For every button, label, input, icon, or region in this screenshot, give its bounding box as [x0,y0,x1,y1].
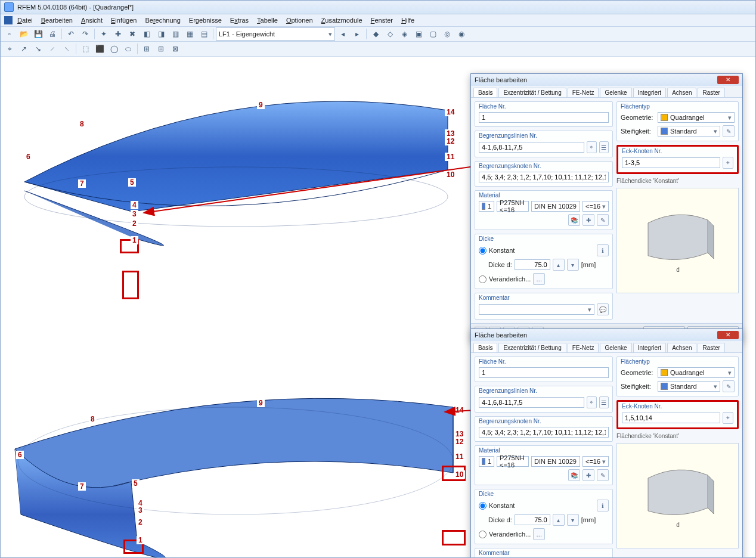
tab-integriert[interactable]: Integriert [633,343,666,352]
tool-icon[interactable]: ✖ [126,27,139,41]
tool-icon[interactable]: ◎ [441,27,454,41]
tab-achsen[interactable]: Achsen [667,88,696,97]
tab-raster[interactable]: Raster [698,88,724,97]
more-icon[interactable]: … [533,528,545,540]
eck-knoten-input[interactable] [622,157,720,168]
open-icon[interactable]: 📂 [17,27,30,41]
save-icon[interactable]: 💾 [32,27,45,41]
more-icon[interactable]: … [533,273,545,285]
tool-icon[interactable]: ▤ [197,27,210,41]
tool-icon[interactable]: ✦ [97,27,110,41]
print-icon[interactable]: 🖨 [46,27,59,41]
lib-icon[interactable]: 📚 [568,469,580,481]
menu-item[interactable]: Fenster [367,16,396,25]
spinner-up-icon[interactable]: ▴ [553,259,565,271]
geometrie-combo[interactable]: Quadrangel▾ [658,367,735,378]
veraenderlich-radio[interactable] [479,275,487,283]
list-icon[interactable]: ☰ [599,396,609,408]
menu-item[interactable]: Tabelle [253,16,281,25]
menu-item[interactable]: Ergebnisse [185,16,225,25]
menu-item[interactable]: Ansicht [78,16,106,25]
pick-icon[interactable]: ⌖ [723,157,733,169]
tool-icon[interactable]: ✚ [111,27,125,41]
tab-exzent[interactable]: Exzentrizität / Bettung [498,343,566,352]
flaeche-nr-input[interactable] [479,112,609,123]
linien-input[interactable] [479,142,584,153]
tool-icon[interactable]: ⊟ [154,42,168,55]
tab-fenetz[interactable]: FE-Netz [568,343,599,352]
tool-icon[interactable]: ◧ [140,27,153,41]
tab-integriert[interactable]: Integriert [633,88,666,97]
tool-icon[interactable]: ↘ [32,42,45,55]
pick-icon[interactable]: ⌖ [723,412,733,424]
tab-achsen[interactable]: Achsen [667,343,696,352]
tool-icon[interactable]: ⟋ [46,42,59,55]
tab-basis[interactable]: Basis [473,343,497,352]
konstant-radio[interactable] [479,247,487,255]
loadcase-combo[interactable]: LF1 - Eigengewicht ▾ [216,27,335,41]
tool-icon[interactable]: ⊠ [169,42,182,55]
tool-icon[interactable]: ⟍ [60,42,73,55]
material-cat-sel[interactable]: <=16▾ [583,201,609,212]
pick-icon[interactable]: ⌖ [587,141,596,153]
tool-icon[interactable]: ⬚ [79,42,92,55]
menu-item[interactable]: Extras [227,16,252,25]
menu-item[interactable]: Einfügen [107,16,140,25]
tab-gelenke[interactable]: Gelenke [600,343,631,352]
info-icon[interactable]: ℹ [597,244,609,256]
menu-item[interactable]: Optionen [283,16,317,25]
menu-item[interactable]: Hilfe [398,16,418,25]
tool-icon[interactable]: ◇ [383,27,396,41]
menu-item[interactable]: Bearbeiten [38,16,76,25]
geometrie-combo[interactable]: Quadrangel▾ [658,112,735,123]
tool-icon[interactable]: ◈ [398,27,411,41]
tool-icon[interactable]: ▦ [183,27,196,41]
edit-icon[interactable]: ✎ [597,469,609,481]
material-name-sel[interactable]: P275NH <=16 [497,456,529,467]
tool-icon[interactable]: ▣ [412,27,425,41]
tool-icon[interactable]: ⌖ [3,42,16,55]
tab-basis[interactable]: Basis [473,88,497,97]
pick-icon[interactable]: ⌖ [587,396,596,408]
new-icon[interactable]: ✚ [583,214,594,226]
menu-item[interactable]: Berechnung [141,16,184,25]
info-icon[interactable]: ℹ [597,500,609,512]
material-no-sel[interactable]: 1 [479,456,494,467]
tool-icon[interactable]: ◨ [154,27,168,41]
new-icon[interactable]: ✚ [583,469,594,481]
tab-exzent[interactable]: Exzentrizität / Bettung [498,88,566,97]
thickness-input[interactable] [515,514,550,525]
edit-icon[interactable]: ✎ [597,214,609,226]
tool-icon[interactable]: ▥ [169,27,182,41]
material-name-sel[interactable]: P275NH <=16 [497,201,529,212]
tool-icon[interactable]: ⊞ [140,42,153,55]
material-norm-sel[interactable]: DIN EN 10029 [531,456,580,467]
list-icon[interactable]: ☰ [599,141,609,153]
linien-input[interactable] [479,397,584,408]
tool-icon[interactable]: ⬭ [122,42,135,55]
tool-icon[interactable]: ◯ [107,42,120,55]
dialog-titlebar[interactable]: Fläche bearbeiten ✕ [471,74,742,86]
tool-icon[interactable]: ◆ [369,27,382,41]
material-no-sel[interactable]: 1 [479,201,494,212]
spinner-dn-icon[interactable]: ▾ [567,259,579,271]
undo-icon[interactable]: ↶ [64,27,78,41]
prev-icon[interactable]: ◂ [336,27,349,41]
tab-raster[interactable]: Raster [698,343,724,352]
new-icon[interactable]: ▫ [3,27,16,41]
kommentar-combo[interactable]: ▾ [479,304,594,315]
comment-icon[interactable]: 💬 [597,303,609,315]
redo-icon[interactable]: ↷ [79,27,92,41]
spinner-dn-icon[interactable]: ▾ [567,514,579,526]
steifigkeit-combo[interactable]: Standard▾ [658,126,720,137]
material-cat-sel[interactable]: <=16▾ [583,456,609,467]
material-norm-sel[interactable]: DIN EN 10029 [531,201,580,212]
veraenderlich-radio[interactable] [479,531,487,538]
lib-icon[interactable]: 📚 [568,214,580,226]
menu-item[interactable]: Datei [14,16,36,25]
tool-icon[interactable]: ▢ [426,27,439,41]
flaeche-nr-input[interactable] [479,367,609,378]
tool-icon[interactable]: ⬛ [93,42,106,55]
spinner-up-icon[interactable]: ▴ [553,514,565,526]
thickness-input[interactable] [515,259,550,270]
